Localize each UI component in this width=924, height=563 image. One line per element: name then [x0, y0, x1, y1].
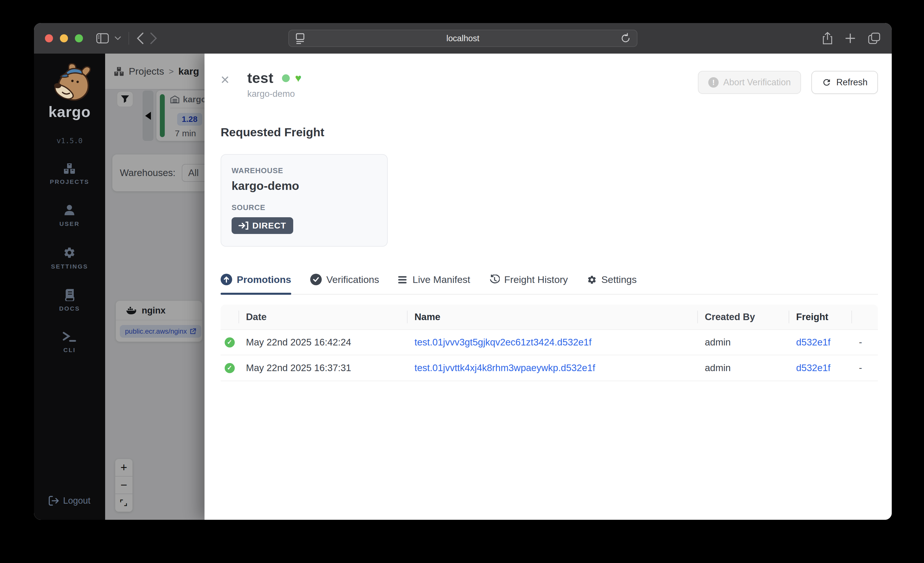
- address-bar[interactable]: localhost: [288, 30, 638, 47]
- titlebar-divider: [129, 32, 129, 45]
- health-heart-icon: ♥: [295, 73, 302, 84]
- gear-icon: [63, 246, 76, 259]
- tab-promotions[interactable]: Promotions: [220, 274, 291, 294]
- stage-tabs: Promotions Verifications Live Manifest: [220, 274, 878, 295]
- promotion-name-link[interactable]: test.01jvvv3gt5gjkqv2ec61zt3424.d532e1f: [414, 337, 592, 347]
- book-icon: [63, 289, 75, 301]
- sidebar-item-label: USER: [59, 221, 80, 227]
- warehouse-value: kargo-demo: [232, 179, 377, 193]
- promotion-created-by: admin: [698, 362, 789, 374]
- logout-label: Logout: [63, 495, 90, 506]
- column-header-created-by: Created By: [698, 311, 789, 323]
- history-icon: [489, 275, 500, 285]
- tab-label: Settings: [602, 274, 637, 285]
- minimize-window-button[interactable]: [60, 34, 68, 42]
- sidebar-item-label: SETTINGS: [51, 263, 88, 270]
- requested-freight-heading: Requested Freight: [220, 126, 878, 139]
- sidebar-item-label: PROJECTS: [50, 178, 89, 185]
- logout-button[interactable]: Logout: [49, 495, 90, 506]
- freight-origin-card: WAREHOUSE kargo-demo SOURCE DIRECT: [220, 154, 388, 247]
- column-header-freight: Freight: [789, 311, 851, 323]
- sidebar-item-cli[interactable]: CLI: [63, 331, 76, 354]
- browser-window: localhost: [34, 23, 892, 520]
- freight-link[interactable]: d532e1f: [796, 362, 830, 373]
- kargo-wordmark: kargo: [48, 103, 91, 120]
- refresh-label: Refresh: [836, 77, 867, 88]
- close-window-button[interactable]: [45, 34, 53, 42]
- sidebar-item-label: DOCS: [59, 305, 80, 312]
- tab-label: Live Manifest: [412, 274, 470, 285]
- direct-label: DIRECT: [252, 221, 286, 231]
- logout-icon: [49, 496, 59, 506]
- success-check-icon: ✓: [225, 338, 235, 347]
- sidebar-item-user[interactable]: USER: [59, 204, 80, 227]
- promotion-extra: -: [851, 362, 878, 374]
- refresh-icon: [822, 78, 831, 87]
- share-icon[interactable]: [823, 32, 832, 45]
- sidebar-item-settings[interactable]: SETTINGS: [51, 246, 88, 270]
- sidebar-item-docs[interactable]: DOCS: [59, 289, 80, 312]
- browser-titlebar: localhost: [34, 23, 892, 54]
- exclamation-circle-icon: !: [708, 77, 718, 88]
- back-button[interactable]: [136, 32, 144, 44]
- column-header-date: Date: [238, 311, 407, 323]
- sidebar-item-projects[interactable]: PROJECTS: [50, 163, 89, 185]
- warehouse-label: WAREHOUSE: [232, 166, 377, 175]
- abort-verification-button[interactable]: ! Abort Verification: [698, 71, 801, 94]
- projects-icon: [63, 163, 75, 174]
- close-icon[interactable]: ×: [220, 72, 229, 87]
- tab-verifications[interactable]: Verifications: [310, 274, 379, 294]
- reload-icon[interactable]: [621, 33, 630, 44]
- page-proxy-icon[interactable]: [295, 33, 305, 44]
- list-icon: [398, 276, 408, 284]
- tab-label: Promotions: [237, 274, 291, 285]
- direct-source-badge: DIRECT: [232, 217, 293, 234]
- promotions-table: Date Name Created By Freight ✓ May 22nd …: [220, 305, 878, 381]
- abort-verification-label: Abort Verification: [723, 77, 790, 88]
- status-dot-icon: [282, 74, 290, 82]
- promotion-date: May 22nd 2025 16:42:24: [238, 337, 407, 348]
- new-tab-icon[interactable]: [845, 33, 855, 44]
- terminal-icon: [63, 331, 76, 342]
- check-circle-icon: [310, 274, 322, 285]
- tab-settings[interactable]: Settings: [587, 274, 637, 294]
- promotion-icon: [220, 274, 232, 285]
- tab-label: Verifications: [326, 274, 379, 285]
- tab-live-manifest[interactable]: Live Manifest: [398, 274, 470, 294]
- promotion-name-link[interactable]: test.01jvvttk4xj4k8rhm3wpaeywkp.d532e1f: [414, 362, 595, 373]
- project-name: kargo-demo: [247, 89, 301, 99]
- traffic-lights: [45, 34, 83, 42]
- gear-icon: [587, 275, 597, 285]
- login-arrow-icon: [238, 221, 248, 230]
- user-icon: [63, 204, 75, 216]
- sidebar-toggle-icon[interactable]: [96, 33, 109, 44]
- freight-link[interactable]: d532e1f: [796, 337, 830, 347]
- chevron-down-icon[interactable]: [115, 36, 121, 41]
- tab-label: Freight History: [504, 274, 568, 285]
- zoom-window-button[interactable]: [75, 34, 83, 42]
- promotion-created-by: admin: [698, 337, 789, 348]
- source-label: SOURCE: [232, 203, 377, 212]
- kargo-logo: [46, 62, 93, 105]
- table-header-row: Date Name Created By Freight: [220, 305, 878, 329]
- app-version: v1.5.0: [57, 137, 82, 145]
- table-row[interactable]: ✓ May 22nd 2025 16:42:24 test.01jvvv3gt5…: [220, 329, 878, 355]
- tab-freight-history[interactable]: Freight History: [489, 274, 568, 294]
- forward-button[interactable]: [150, 32, 157, 44]
- table-row[interactable]: ✓ May 22nd 2025 16:37:31 test.01jvvttk4x…: [220, 355, 878, 381]
- refresh-button[interactable]: Refresh: [812, 71, 878, 94]
- stage-details-drawer: × test ♥ kargo-demo ! Abort Verification: [204, 54, 892, 520]
- app-sidebar: kargo v1.5.0 PROJECTS: [34, 54, 105, 520]
- success-check-icon: ✓: [225, 363, 235, 373]
- promotion-date: May 22nd 2025 16:37:31: [238, 362, 407, 374]
- column-header-name: Name: [407, 311, 698, 323]
- promotion-extra: -: [851, 337, 878, 348]
- stage-title: test: [247, 70, 273, 86]
- sidebar-item-label: CLI: [63, 347, 76, 354]
- tab-overview-icon[interactable]: [868, 33, 880, 44]
- url-text: localhost: [305, 34, 621, 43]
